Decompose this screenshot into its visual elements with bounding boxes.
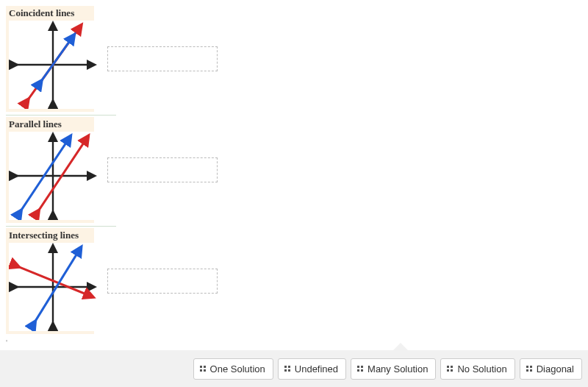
chip-label: No Solution [457, 363, 506, 374]
graph-parallel [9, 132, 97, 220]
panel-intersecting: Intersecting lines [6, 228, 94, 334]
line-blue [40, 38, 72, 83]
panel-title-intersecting: Intersecting lines [6, 228, 94, 243]
drag-handle-icon [526, 366, 532, 372]
chip-label: Undefined [295, 363, 338, 374]
drag-handle-icon [200, 366, 206, 372]
dropzone-coincident[interactable] [107, 46, 218, 71]
worksheet-area: Coincident lines [0, 0, 588, 334]
graph-coincident [9, 21, 97, 109]
options-tray-caret-icon [393, 343, 408, 350]
dropzone-parallel[interactable] [107, 157, 218, 182]
chip-label: One Solution [210, 363, 265, 374]
panel-title-coincident: Coincident lines [6, 6, 94, 21]
chip-label: Many Solution [368, 363, 428, 374]
row-intersecting: Intersecting lines [6, 228, 582, 334]
graph-intersecting [9, 243, 97, 331]
row-parallel: Parallel lines [6, 117, 582, 223]
options-tray: One Solution Undefined Many Solution No … [0, 350, 588, 387]
separator [6, 226, 116, 227]
drag-handle-icon [447, 366, 453, 372]
stray-quote-mark: ' [6, 338, 7, 347]
drag-handle-icon [284, 366, 290, 372]
row-coincident: Coincident lines [6, 6, 582, 112]
separator [6, 115, 116, 116]
chip-no-solution[interactable]: No Solution [440, 358, 514, 380]
panel-coincident: Coincident lines [6, 6, 94, 112]
chip-label: Diagonal [537, 363, 574, 374]
chip-diagonal[interactable]: Diagonal [520, 358, 582, 380]
chip-undefined[interactable]: Undefined [278, 358, 346, 380]
drag-handle-icon [357, 366, 363, 372]
chip-many-solution[interactable]: Many Solution [351, 358, 436, 380]
dropzone-intersecting[interactable] [107, 269, 218, 294]
panel-title-parallel: Parallel lines [6, 117, 94, 132]
panel-parallel: Parallel lines [6, 117, 94, 223]
chip-one-solution[interactable]: One Solution [193, 358, 273, 380]
